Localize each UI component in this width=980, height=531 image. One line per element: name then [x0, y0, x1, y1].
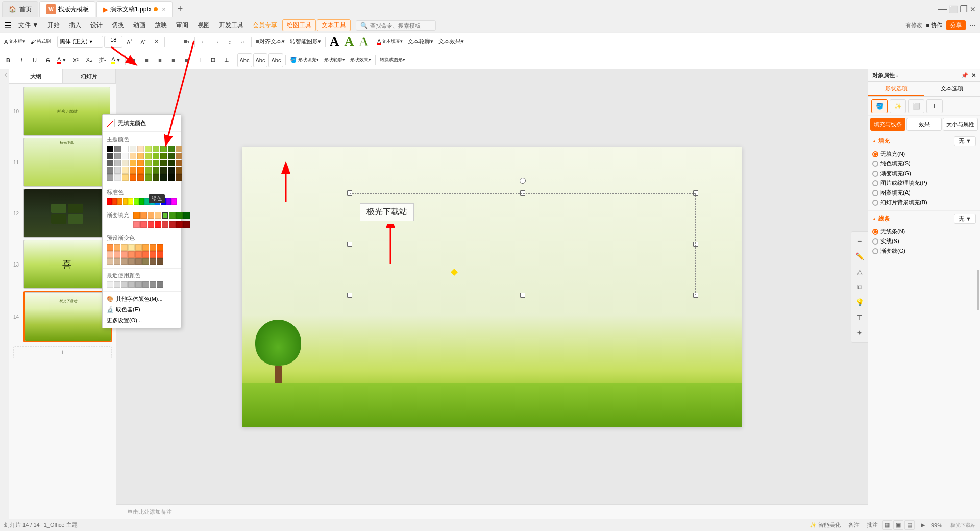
menu-text-tool[interactable]: 文本工具: [317, 19, 351, 31]
theme-color-4-5[interactable]: [145, 174, 152, 181]
std-cyan[interactable]: [150, 198, 155, 205]
radio-pattern-fill[interactable]: 图案填充(A): [872, 188, 976, 198]
pre19[interactable]: [121, 258, 128, 265]
radio-no-line[interactable]: 无线条(N): [872, 227, 976, 236]
numbered-list-btn[interactable]: ≡₁: [180, 35, 192, 49]
theme-color-1-3[interactable]: [130, 153, 136, 159]
shape-abc-1[interactable]: Abc: [237, 53, 252, 67]
text-box-btn[interactable]: A 文本框▾: [2, 35, 27, 49]
pre16[interactable]: [157, 251, 163, 258]
more-options-btn[interactable]: ⋯: [970, 22, 976, 29]
translate-btn[interactable]: T: [852, 310, 867, 325]
radio-no-fill[interactable]: 无填充(N): [872, 149, 976, 159]
std-yellow-green[interactable]: [134, 198, 139, 205]
search-input[interactable]: [370, 22, 431, 29]
theme-color-1-8[interactable]: [168, 153, 175, 159]
theme-color-4-1[interactable]: [114, 174, 121, 181]
radio-gradient-fill[interactable]: 渐变填充(G): [872, 168, 976, 178]
highlight-btn[interactable]: A ▼: [109, 53, 122, 67]
slide-text-box[interactable]: 极光下载站: [360, 203, 414, 221]
theme-color-1-6[interactable]: [153, 153, 159, 159]
rp-subtab-size[interactable]: 大小与属性: [943, 118, 978, 131]
bulb-btn[interactable]: 💡: [852, 295, 867, 309]
theme-color-3-4[interactable]: [137, 167, 144, 174]
add-slide-btn[interactable]: +: [13, 346, 112, 358]
big-a-1[interactable]: A: [328, 35, 341, 49]
theme-color-2-6[interactable]: [153, 160, 159, 166]
rp-tab-text[interactable]: 文本选项: [924, 82, 981, 96]
theme-color-3-2[interactable]: [122, 167, 129, 174]
indent-more-btn[interactable]: →: [210, 35, 223, 49]
menu-transition[interactable]: 切换: [108, 20, 128, 31]
pre23[interactable]: [150, 258, 156, 265]
theme-color-0-5[interactable]: [145, 146, 152, 152]
theme-color-4-8[interactable]: [168, 174, 175, 181]
menu-slideshow[interactable]: 放映: [151, 20, 171, 31]
align-center-btn[interactable]: ≡: [141, 53, 153, 67]
theme-color-1-1[interactable]: [114, 153, 121, 159]
theme-color-2-9[interactable]: [176, 160, 182, 166]
notes-btn[interactable]: ≡备注: [845, 521, 859, 529]
text-effect-btn[interactable]: 文本效果▾: [436, 35, 466, 49]
indent-less-btn[interactable]: ←: [197, 35, 209, 49]
more-settings-btn[interactable]: 更多设置(O)...: [103, 315, 181, 326]
menu-drawing-tool[interactable]: 绘图工具: [282, 19, 316, 31]
theme-color-4-9[interactable]: [176, 174, 182, 181]
sub-btn[interactable]: X₂: [83, 53, 95, 67]
font-inc-btn[interactable]: A+: [124, 35, 136, 49]
align-top-btn[interactable]: ⊤: [194, 53, 206, 67]
highlight-arrow[interactable]: ▼: [116, 58, 121, 63]
theme-color-3-6[interactable]: [153, 167, 159, 174]
wps-restore-btn[interactable]: ❐: [960, 4, 968, 15]
pre2[interactable]: [114, 244, 120, 251]
theme-color-2-3[interactable]: [130, 160, 136, 166]
annotations-btn[interactable]: ≡批注: [864, 521, 878, 529]
grad-4[interactable]: [155, 212, 161, 219]
theme-color-0-0[interactable]: [107, 146, 113, 152]
menu-developer[interactable]: 开发工具: [215, 20, 248, 31]
convert-shape-btn[interactable]: 转换成图形▾: [378, 53, 407, 67]
theme-color-0-1[interactable]: [114, 146, 121, 152]
slide-item-13[interactable]: 13 喜: [23, 240, 112, 289]
recent-4[interactable]: [128, 281, 135, 288]
grad-5-selected[interactable]: [162, 212, 168, 219]
align-vmid-btn[interactable]: ⊞: [207, 53, 219, 67]
radio-solid-fill[interactable]: 纯色填充(S): [872, 159, 976, 168]
theme-color-2-7[interactable]: [160, 160, 167, 166]
rp-fill-icon-btn[interactable]: 🪣: [871, 99, 888, 113]
theme-color-2-2[interactable]: [122, 160, 129, 166]
menu-review[interactable]: 审阅: [172, 20, 192, 31]
slide-item-12[interactable]: 12: [23, 189, 112, 238]
pre9[interactable]: [107, 251, 113, 258]
theme-color-1-5[interactable]: [145, 153, 152, 159]
theme-color-0-7[interactable]: [160, 146, 167, 152]
std-teal[interactable]: [144, 198, 150, 205]
std-blue[interactable]: [161, 198, 166, 205]
theme-color-0-8[interactable]: [168, 146, 175, 152]
tab-close-btn[interactable]: ✕: [162, 7, 166, 12]
theme-color-3-9[interactable]: [176, 167, 182, 174]
theme-color-3-3[interactable]: [130, 167, 136, 174]
pre6[interactable]: [142, 244, 149, 251]
clear-format-btn[interactable]: ✕: [150, 35, 162, 49]
menu-animation[interactable]: 动画: [129, 20, 150, 31]
view-grid-btn[interactable]: ▣: [893, 520, 903, 530]
theme-color-4-0[interactable]: [107, 174, 113, 181]
rp-fill-value[interactable]: 无 ▼: [954, 136, 976, 146]
theme-color-0-9[interactable]: [176, 146, 182, 152]
format-btn[interactable]: 🖌 格式刷: [28, 35, 53, 49]
std-orange[interactable]: [117, 198, 122, 205]
eraser-btn[interactable]: △: [852, 264, 867, 279]
smart-shape-btn[interactable]: 转智能图形▾: [288, 35, 323, 49]
big-a-2[interactable]: A: [342, 35, 356, 49]
pre8[interactable]: [157, 244, 163, 251]
pinyin-btn[interactable]: 拼-: [96, 53, 108, 67]
rp-text-icon-btn[interactable]: T: [926, 99, 943, 113]
add-tab-btn[interactable]: +: [174, 4, 187, 14]
radio-slide-fill[interactable]: 幻灯片背景填充(B): [872, 198, 976, 207]
align-left-btn[interactable]: ≡: [128, 53, 140, 67]
window-min-btn[interactable]: —: [938, 4, 947, 14]
slide-item-14-active[interactable]: 14 秋光下载站: [23, 291, 112, 342]
std-amber[interactable]: [123, 198, 128, 205]
justify-btn[interactable]: ≡: [167, 53, 180, 67]
